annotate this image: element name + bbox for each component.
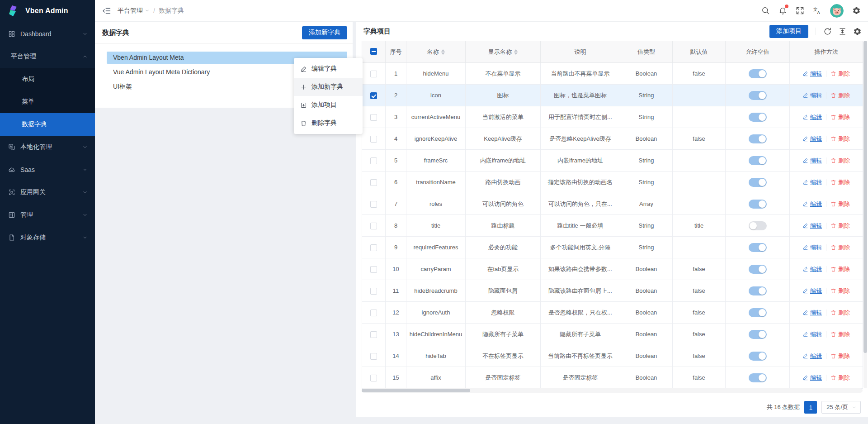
nullable-toggle[interactable]	[749, 373, 767, 382]
edit-button[interactable]: 编辑	[802, 70, 822, 78]
edit-button[interactable]: 编辑	[802, 330, 822, 338]
delete-button[interactable]: 删除	[830, 309, 850, 317]
edit-button[interactable]: 编辑	[802, 374, 822, 382]
edit-button[interactable]: 编辑	[802, 265, 822, 273]
settings-icon[interactable]	[852, 6, 861, 15]
nullable-toggle[interactable]	[749, 178, 767, 187]
nullable-toggle[interactable]	[749, 330, 767, 339]
avatar[interactable]	[830, 4, 844, 18]
edit-button[interactable]: 编辑	[802, 91, 822, 100]
edit-button[interactable]: 编辑	[802, 113, 822, 121]
row-checkbox[interactable]	[370, 266, 377, 273]
row-checkbox[interactable]	[370, 353, 377, 360]
context-menu-item-编辑字典[interactable]: 编辑字典	[294, 60, 363, 78]
edit-button[interactable]: 编辑	[802, 287, 822, 295]
column-header-name[interactable]: 名称	[406, 41, 466, 63]
sidebar-item-数据字典[interactable]: 数据字典	[0, 113, 95, 136]
row-checkbox[interactable]	[370, 179, 377, 186]
nullable-toggle[interactable]	[749, 265, 767, 274]
nullable-toggle[interactable]	[749, 156, 767, 165]
sidebar-item-平台管理[interactable]: 平台管理	[0, 45, 95, 68]
add-dictionary-button[interactable]: 添加新字典	[302, 26, 347, 39]
delete-button[interactable]: 删除	[830, 135, 850, 143]
collapse-sidebar-icon[interactable]	[102, 6, 111, 15]
translate-icon[interactable]: 文A	[813, 6, 821, 15]
column-settings-icon[interactable]	[853, 27, 862, 36]
row-checkbox[interactable]	[370, 157, 377, 164]
row-checkbox[interactable]	[370, 331, 377, 338]
nullable-toggle[interactable]	[749, 286, 767, 295]
sort-carets[interactable]	[441, 49, 445, 55]
row-checkbox[interactable]	[370, 288, 377, 295]
bell-icon[interactable]	[778, 6, 787, 15]
nullable-toggle[interactable]	[749, 308, 767, 317]
sort-desc-icon[interactable]	[514, 52, 518, 55]
delete-button[interactable]: 删除	[830, 113, 850, 121]
column-header-display[interactable]: 显示名称	[466, 41, 541, 63]
row-checkbox[interactable]	[370, 114, 377, 121]
sidebar-item-saas[interactable]: Saas	[0, 158, 95, 181]
row-checkbox[interactable]	[370, 310, 377, 316]
row-checkbox[interactable]	[370, 244, 377, 251]
row-checkbox[interactable]	[370, 375, 377, 381]
column-header-checkbox[interactable]	[362, 41, 386, 63]
refresh-icon[interactable]	[823, 27, 832, 36]
delete-button[interactable]: 删除	[830, 70, 850, 78]
row-height-icon[interactable]	[838, 27, 847, 36]
breadcrumb-item-platform[interactable]: 平台管理	[118, 7, 150, 15]
row-checkbox[interactable]	[370, 201, 377, 208]
delete-button[interactable]: 删除	[830, 243, 850, 252]
horizontal-scrollbar[interactable]	[362, 388, 863, 393]
horizontal-scrollbar-thumb[interactable]	[362, 389, 470, 392]
delete-button[interactable]: 删除	[830, 178, 850, 186]
edit-button[interactable]: 编辑	[802, 200, 822, 208]
sidebar-item-对象存储[interactable]: 对象存储	[0, 226, 95, 249]
sidebar-item-布局[interactable]: 布局	[0, 68, 95, 91]
add-item-button[interactable]: 添加项目	[769, 25, 808, 38]
sort-asc-icon[interactable]	[514, 49, 518, 52]
delete-button[interactable]: 删除	[830, 200, 850, 208]
delete-button[interactable]: 删除	[830, 330, 850, 338]
select-all-checkbox[interactable]	[370, 48, 377, 55]
context-menu-item-添加项目[interactable]: 添加项目	[294, 96, 363, 114]
vertical-scrollbar-thumb[interactable]	[863, 41, 867, 353]
pagination-page-1[interactable]: 1	[804, 401, 817, 414]
nullable-toggle[interactable]	[749, 69, 767, 78]
pagination-page-size-select[interactable]: 25 条/页	[821, 401, 861, 414]
delete-button[interactable]: 删除	[830, 374, 850, 382]
edit-button[interactable]: 编辑	[802, 135, 822, 143]
app-logo[interactable]: Vben Admin	[0, 0, 95, 22]
fullscreen-icon[interactable]	[796, 6, 804, 15]
row-checkbox[interactable]	[370, 71, 377, 77]
nullable-toggle[interactable]	[749, 243, 767, 252]
sidebar-item-应用网关[interactable]: 应用网关	[0, 181, 95, 204]
search-icon[interactable]	[761, 6, 770, 15]
nullable-toggle[interactable]	[749, 352, 767, 361]
sort-asc-icon[interactable]	[441, 49, 445, 52]
sidebar-item-dashboard[interactable]: Dashboard	[0, 23, 95, 45]
delete-button[interactable]: 删除	[830, 352, 850, 360]
edit-button[interactable]: 编辑	[802, 178, 822, 186]
row-checkbox[interactable]	[370, 223, 377, 229]
row-checkbox[interactable]	[370, 136, 377, 143]
nullable-toggle[interactable]	[749, 113, 767, 122]
sidebar-item-菜单[interactable]: 菜单	[0, 91, 95, 113]
delete-button[interactable]: 删除	[830, 91, 850, 100]
edit-button[interactable]: 编辑	[802, 309, 822, 317]
edit-button[interactable]: 编辑	[802, 243, 822, 252]
delete-button[interactable]: 删除	[830, 265, 850, 273]
edit-button[interactable]: 编辑	[802, 352, 822, 360]
delete-button[interactable]: 删除	[830, 157, 850, 165]
context-menu-item-删除字典[interactable]: 删除字典	[294, 114, 363, 132]
nullable-toggle[interactable]	[749, 221, 767, 230]
sort-desc-icon[interactable]	[441, 52, 445, 55]
edit-button[interactable]: 编辑	[802, 222, 822, 230]
context-menu-item-添加新字典[interactable]: 添加新字典	[294, 78, 363, 96]
edit-button[interactable]: 编辑	[802, 157, 822, 165]
nullable-toggle[interactable]	[749, 134, 767, 143]
nullable-toggle[interactable]	[749, 200, 767, 209]
sidebar-item-本地化管理[interactable]: 本地化管理	[0, 136, 95, 158]
row-checkbox[interactable]	[370, 92, 377, 99]
delete-button[interactable]: 删除	[830, 287, 850, 295]
sidebar-item-管理[interactable]: 管理	[0, 204, 95, 226]
